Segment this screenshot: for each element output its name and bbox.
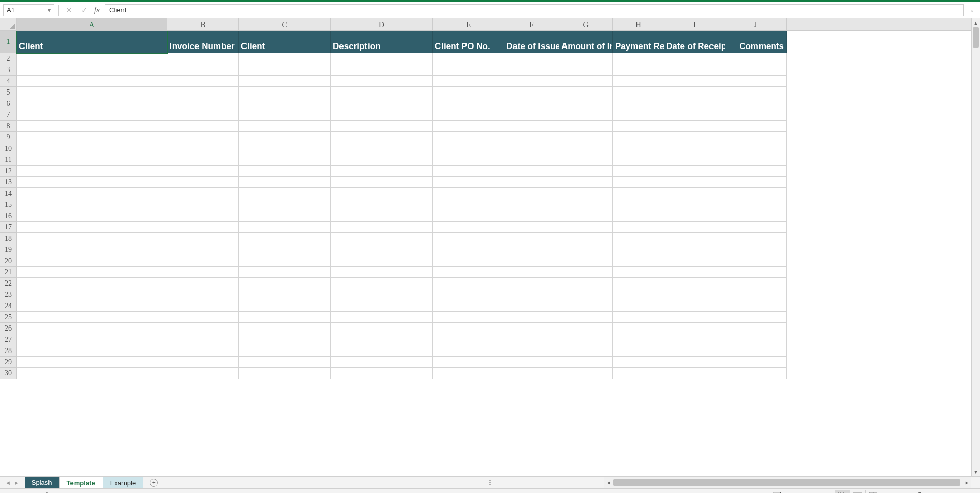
cell-H11[interactable] xyxy=(613,154,664,166)
cell-E26[interactable] xyxy=(433,323,504,334)
cell-C5[interactable] xyxy=(239,87,331,98)
cell-F16[interactable] xyxy=(504,210,559,222)
cell-E28[interactable] xyxy=(433,345,504,357)
cell-D25[interactable] xyxy=(331,312,433,323)
cell-I30[interactable] xyxy=(664,368,725,379)
cell-C26[interactable] xyxy=(239,323,331,334)
cell-A18[interactable] xyxy=(17,233,167,244)
cell-J2[interactable] xyxy=(725,53,787,64)
row-header[interactable]: 20 xyxy=(0,255,17,267)
cell-F21[interactable] xyxy=(504,267,559,278)
enter-formula-button[interactable]: ✓ xyxy=(78,4,90,16)
cell-D26[interactable] xyxy=(331,323,433,334)
cell-A10[interactable] xyxy=(17,143,167,154)
cell-E23[interactable] xyxy=(433,289,504,300)
cell-J10[interactable] xyxy=(725,143,787,154)
cell-B10[interactable] xyxy=(167,143,239,154)
cell-D18[interactable] xyxy=(331,233,433,244)
cell-E16[interactable] xyxy=(433,210,504,222)
select-all-button[interactable] xyxy=(0,18,17,31)
cell-I10[interactable] xyxy=(664,143,725,154)
row-header[interactable]: 18 xyxy=(0,233,17,244)
cell-E13[interactable] xyxy=(433,177,504,188)
cell-H20[interactable] xyxy=(613,255,664,267)
row-header[interactable]: 11 xyxy=(0,154,17,166)
cell-C7[interactable] xyxy=(239,109,331,121)
cell-I25[interactable] xyxy=(664,312,725,323)
row-header[interactable]: 7 xyxy=(0,109,17,121)
cell-G16[interactable] xyxy=(559,210,613,222)
cell-C19[interactable] xyxy=(239,244,331,255)
cell-E27[interactable] xyxy=(433,334,504,345)
cell-F5[interactable] xyxy=(504,87,559,98)
cell-H26[interactable] xyxy=(613,323,664,334)
cell-G21[interactable] xyxy=(559,267,613,278)
row-header[interactable]: 16 xyxy=(0,210,17,222)
column-header-H[interactable]: H xyxy=(613,18,664,30)
cell-D2[interactable] xyxy=(331,53,433,64)
cell-F8[interactable] xyxy=(504,121,559,132)
cell-B26[interactable] xyxy=(167,323,239,334)
cell-H25[interactable] xyxy=(613,312,664,323)
row-header[interactable]: 26 xyxy=(0,323,17,334)
cell-G6[interactable] xyxy=(559,98,613,109)
cell-I3[interactable] xyxy=(664,64,725,76)
cell-J24[interactable] xyxy=(725,300,787,312)
cell-C4[interactable] xyxy=(239,76,331,87)
cell-C20[interactable] xyxy=(239,255,331,267)
cell-G13[interactable] xyxy=(559,177,613,188)
cell-H21[interactable] xyxy=(613,267,664,278)
cell-I23[interactable] xyxy=(664,289,725,300)
cell-I14[interactable] xyxy=(664,188,725,199)
cell-B23[interactable] xyxy=(167,289,239,300)
cell-J25[interactable] xyxy=(725,312,787,323)
cell-H16[interactable] xyxy=(613,210,664,222)
cell-C17[interactable] xyxy=(239,222,331,233)
cell-A26[interactable] xyxy=(17,323,167,334)
cell-F30[interactable] xyxy=(504,368,559,379)
cell-G24[interactable] xyxy=(559,300,613,312)
cell-B20[interactable] xyxy=(167,255,239,267)
column-header-E[interactable]: E xyxy=(433,18,504,30)
cell-I1[interactable]: Date of Receipt xyxy=(664,31,725,53)
cell-C6[interactable] xyxy=(239,98,331,109)
cell-A29[interactable] xyxy=(17,357,167,368)
cell-J19[interactable] xyxy=(725,244,787,255)
formula-input[interactable]: Client xyxy=(105,4,964,16)
display-settings-button[interactable]: Display Settings xyxy=(773,491,827,494)
cell-H9[interactable] xyxy=(613,132,664,143)
cell-G18[interactable] xyxy=(559,233,613,244)
cell-B14[interactable] xyxy=(167,188,239,199)
cell-F13[interactable] xyxy=(504,177,559,188)
cell-H1[interactable]: Payment Received xyxy=(613,31,664,53)
cell-F1[interactable]: Date of Issue xyxy=(504,31,559,53)
row-header[interactable]: 15 xyxy=(0,199,17,210)
cell-D7[interactable] xyxy=(331,109,433,121)
cell-I2[interactable] xyxy=(664,53,725,64)
cell-F12[interactable] xyxy=(504,166,559,177)
column-header-F[interactable]: F xyxy=(504,18,559,30)
cell-A28[interactable] xyxy=(17,345,167,357)
cell-A5[interactable] xyxy=(17,87,167,98)
cell-E10[interactable] xyxy=(433,143,504,154)
cell-B9[interactable] xyxy=(167,132,239,143)
cell-I12[interactable] xyxy=(664,166,725,177)
cell-E17[interactable] xyxy=(433,222,504,233)
cell-D23[interactable] xyxy=(331,289,433,300)
cell-H6[interactable] xyxy=(613,98,664,109)
cell-D16[interactable] xyxy=(331,210,433,222)
cell-J29[interactable] xyxy=(725,357,787,368)
cell-B19[interactable] xyxy=(167,244,239,255)
cell-D8[interactable] xyxy=(331,121,433,132)
cell-C18[interactable] xyxy=(239,233,331,244)
scroll-right-button[interactable]: ► xyxy=(963,480,971,485)
cell-A20[interactable] xyxy=(17,255,167,267)
cell-I18[interactable] xyxy=(664,233,725,244)
cell-I7[interactable] xyxy=(664,109,725,121)
cell-C15[interactable] xyxy=(239,199,331,210)
cell-E21[interactable] xyxy=(433,267,504,278)
cell-F2[interactable] xyxy=(504,53,559,64)
cell-D30[interactable] xyxy=(331,368,433,379)
cell-C1[interactable]: Client xyxy=(239,31,331,53)
cell-A23[interactable] xyxy=(17,289,167,300)
